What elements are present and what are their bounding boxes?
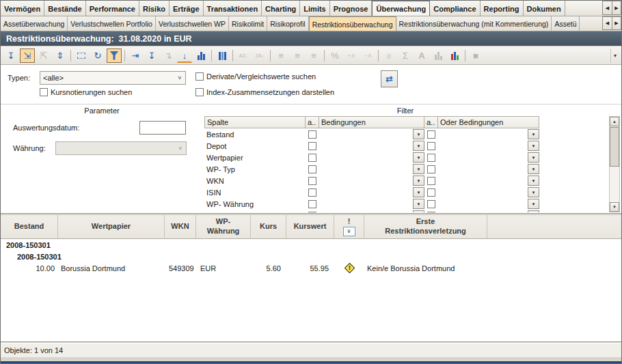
add-decimal-icon: +.0 xyxy=(348,53,355,58)
filter-or-active-checkbox[interactable] xyxy=(427,154,435,162)
filter-or-active-checkbox[interactable] xyxy=(427,142,435,150)
filter-active-checkbox[interactable] xyxy=(308,200,316,208)
fit-height-button[interactable]: ⇕ xyxy=(53,48,68,63)
column-header-wertpapier[interactable]: Wertpapier xyxy=(58,215,165,238)
tab-assetueberwachung[interactable]: Assetüberwachung xyxy=(1,16,68,31)
tab-transaktionen[interactable]: Transaktionen xyxy=(204,1,262,16)
column-bars-button[interactable] xyxy=(215,48,230,63)
filter-button[interactable] xyxy=(107,48,122,63)
insert-total-button[interactable]: ↓ xyxy=(177,50,192,63)
filter-vertical-scrollbar[interactable]: ▲ ▼ xyxy=(609,116,620,212)
column-header-wkn[interactable]: WKN xyxy=(165,215,196,238)
group-row-level-1[interactable]: 2008-150301 xyxy=(1,239,621,251)
bedingungen-dropdown-button[interactable]: ▼ xyxy=(413,199,424,209)
filter-header-aktiv[interactable]: a.. xyxy=(306,116,319,128)
bedingungen-dropdown-button[interactable]: ▼ xyxy=(413,210,424,212)
table-row[interactable]: 10.00 Borussia Dortmund 549309 EUR 5.60 … xyxy=(1,262,621,274)
filter-active-checkbox[interactable] xyxy=(308,154,316,162)
tab-reporting[interactable]: Reporting xyxy=(481,1,524,16)
tab-verlustschwellen-portfolio[interactable]: Verlustschwellen Portfolio xyxy=(68,16,156,31)
oder-bedingungen-dropdown-button[interactable]: ▼ xyxy=(528,141,539,151)
tab-compliance[interactable]: Compliance xyxy=(430,1,480,16)
tab-performance[interactable]: Performance xyxy=(86,1,139,16)
tab-risiko[interactable]: Risiko xyxy=(139,1,170,16)
tab-risikoprofil[interactable]: Risikoprofil xyxy=(267,16,308,31)
dropdown-arrow-icon: ▼ xyxy=(532,179,536,183)
bedingungen-dropdown-button[interactable]: ▼ xyxy=(413,176,424,186)
refresh-button[interactable]: ↻ xyxy=(90,48,105,63)
tab-ertraege[interactable]: Erträge xyxy=(170,1,204,16)
toolbar-overflow-button[interactable]: ▾ xyxy=(610,48,619,63)
filter-active-checkbox[interactable] xyxy=(308,165,316,173)
tab-vermoegen[interactable]: Vermögen xyxy=(1,1,44,16)
tab-charting[interactable]: Charting xyxy=(262,1,300,16)
column-header-kurswert[interactable]: Kurswert xyxy=(286,215,334,238)
filter-or-active-checkbox[interactable] xyxy=(427,177,435,185)
bedingungen-dropdown-button[interactable]: ▼ xyxy=(413,129,424,139)
kursnotierungen-checkbox[interactable] xyxy=(40,88,48,96)
chart-button[interactable] xyxy=(447,48,462,63)
filter-active-checkbox[interactable] xyxy=(308,212,316,213)
oder-bedingungen-dropdown-button[interactable]: ▼ xyxy=(528,152,539,163)
filter-header-oder-bedingungen[interactable]: Oder Bedingungen xyxy=(438,116,539,128)
tab-dokumente[interactable]: Dokumen xyxy=(524,1,565,16)
bedingungen-dropdown-button[interactable]: ▼ xyxy=(413,141,424,151)
tab-restriktionsueberwachung[interactable]: Restriktionsüberwachung xyxy=(309,16,396,31)
bedingungen-dropdown-button[interactable]: ▼ xyxy=(413,164,424,174)
histogram-button[interactable] xyxy=(193,48,208,63)
scrollbar-thumb[interactable] xyxy=(610,127,619,167)
filter-header-bedingungen[interactable]: Bedingungen xyxy=(319,116,424,128)
secondary-tabs-scroll-right-button[interactable]: ▶ xyxy=(612,16,621,30)
filter-or-active-checkbox[interactable] xyxy=(427,200,435,208)
selection-frame-button[interactable] xyxy=(74,48,89,63)
filter-active-checkbox[interactable] xyxy=(308,188,316,197)
tab-assetueberwachung-2[interactable]: Assetü xyxy=(552,16,580,31)
toolbar-separator xyxy=(270,50,271,61)
filter-active-checkbox[interactable] xyxy=(308,142,316,150)
typen-select[interactable]: <alle> ∨ xyxy=(40,71,186,85)
column-header-warnung[interactable]: ! ∨ xyxy=(334,215,364,238)
filter-active-checkbox[interactable] xyxy=(308,130,316,139)
primary-tabs-scroll-left-button[interactable]: ◀ xyxy=(602,1,612,15)
column-header-erste-restriktionsverletzung[interactable]: Erste Restriktionsverletzung xyxy=(364,215,487,238)
column-header-kurs[interactable]: Kurs xyxy=(251,215,286,238)
scroll-up-button[interactable]: ▲ xyxy=(610,117,619,126)
oder-bedingungen-dropdown-button[interactable]: ▼ xyxy=(528,210,539,212)
warnung-filter-dropdown-button[interactable]: ∨ xyxy=(343,227,355,236)
oder-bedingungen-dropdown-button[interactable]: ▼ xyxy=(528,176,539,186)
oder-bedingungen-dropdown-button[interactable]: ▼ xyxy=(528,164,539,174)
tab-bestaende[interactable]: Bestände xyxy=(44,1,86,16)
collapse-rows-button[interactable]: ↧ xyxy=(3,48,18,63)
index-checkbox[interactable] xyxy=(195,88,204,96)
oder-bedingungen-dropdown-button[interactable]: ▼ xyxy=(528,187,539,197)
tab-ueberwachung[interactable]: Überwachung xyxy=(372,1,430,16)
primary-tabs-scroll-right-button[interactable]: ▶ xyxy=(612,1,621,15)
oder-bedingungen-dropdown-button[interactable]: ▼ xyxy=(528,129,539,139)
column-header-wp-waehrung[interactable]: WP- Währung xyxy=(196,215,251,238)
tab-verlustschwellen-wp[interactable]: Verlustschwellen WP xyxy=(156,16,229,31)
derivate-checkbox[interactable] xyxy=(195,72,204,81)
filter-or-active-checkbox[interactable] xyxy=(427,165,435,173)
tab-prognose[interactable]: Prognose xyxy=(330,1,373,16)
bedingungen-dropdown-button[interactable]: ▼ xyxy=(413,152,424,163)
column-header-bestand[interactable]: Bestand xyxy=(1,215,58,238)
filter-or-active-checkbox[interactable] xyxy=(427,130,435,139)
tab-restriktionsueberwachung-kommentierung[interactable]: Restriktionsüberwachung (mit Kommentieru… xyxy=(396,16,552,31)
tab-limits[interactable]: Limits xyxy=(300,1,329,16)
refresh-search-button[interactable]: ⇄ xyxy=(381,70,398,87)
auswertungsdatum-input[interactable] xyxy=(139,121,186,135)
filter-header-spalte[interactable]: Spalte xyxy=(204,116,306,128)
filter-or-active-checkbox[interactable] xyxy=(427,212,435,213)
filter-header-aktiv-2[interactable]: a.. xyxy=(424,116,438,128)
secondary-tabs-scroll-left-button[interactable]: ◀ xyxy=(602,16,612,30)
shift-right-button[interactable]: ⇥ xyxy=(128,48,143,63)
oder-bedingungen-dropdown-button[interactable]: ▼ xyxy=(528,199,539,209)
filter-active-checkbox[interactable] xyxy=(308,177,316,185)
scroll-down-button[interactable]: ▼ xyxy=(610,202,619,212)
shift-down-button[interactable]: ↧ xyxy=(144,48,159,63)
bedingungen-dropdown-button[interactable]: ▼ xyxy=(413,187,424,197)
filter-or-active-checkbox[interactable] xyxy=(427,188,435,197)
group-row-level-2[interactable]: 2008-150301 xyxy=(1,251,621,262)
fit-view-button[interactable]: ⇲ xyxy=(20,48,35,63)
tab-risikolimit[interactable]: Risikolimit xyxy=(229,16,267,31)
